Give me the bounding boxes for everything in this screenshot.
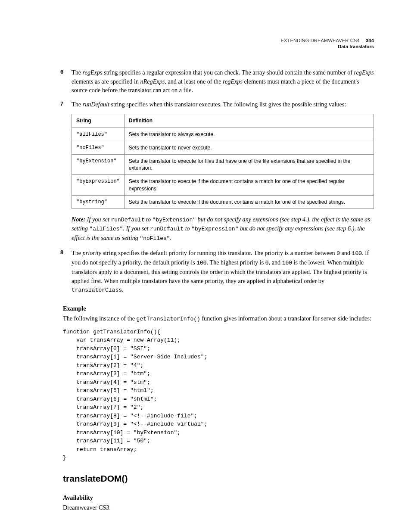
note-paragraph: Note: If you set runDefault to "byExtens… bbox=[72, 215, 374, 243]
text: to bbox=[144, 216, 152, 223]
code-gettranslatorinfo: getTranslatorInfo() bbox=[137, 316, 200, 322]
text: string specifies when this translator ex… bbox=[109, 101, 346, 108]
cell-definition: Sets the translator to never execute. bbox=[124, 141, 374, 154]
example-code-block: function getTranslatorInfo(){ var transA… bbox=[63, 328, 374, 462]
text: . If you set bbox=[123, 225, 150, 232]
code-rundefault: runDefault bbox=[150, 226, 184, 232]
code-allfiles: "allFiles" bbox=[89, 226, 123, 232]
numbered-list-continued: 8 The priority string specifies the defa… bbox=[63, 249, 374, 295]
code-byexpression: "byExpression" bbox=[191, 226, 238, 232]
header-product-line: EXTENDING DREAMWEAVER CS4 344 bbox=[281, 38, 374, 44]
list-number: 6 bbox=[60, 68, 63, 76]
numbered-list: 6 The regExps string specifies a regular… bbox=[63, 68, 374, 109]
code-0: 0 bbox=[336, 250, 340, 257]
list-item-6: 6 The regExps string specifies a regular… bbox=[63, 68, 374, 95]
list-item-7: 7 The runDefault string specifies when t… bbox=[63, 100, 374, 109]
text: . The highest priority is bbox=[207, 259, 265, 266]
text: The bbox=[72, 249, 83, 256]
availability-value: Dreamweaver CS3. bbox=[63, 503, 374, 512]
cell-definition: Sets the translator to execute for files… bbox=[124, 154, 374, 174]
table-row: "byExtension" Sets the translator to exe… bbox=[72, 154, 374, 174]
content-area: 6 The regExps string specifies a regular… bbox=[63, 68, 374, 512]
cell-definition: Sets the translator to execute if the do… bbox=[124, 175, 374, 195]
cell-string: "noFiles" bbox=[72, 141, 125, 154]
note-label: Note: bbox=[72, 216, 85, 223]
code-byextension: "byExtension" bbox=[153, 217, 196, 223]
term-nregexps: nRegExps bbox=[140, 78, 165, 85]
table-row: "noFiles" Sets the translator to never e… bbox=[72, 141, 374, 154]
term-regexps: regExps bbox=[83, 69, 103, 76]
text: , and bbox=[269, 259, 282, 266]
table-header-row: String Definition bbox=[72, 114, 374, 128]
cell-string: "byExtension" bbox=[72, 154, 125, 174]
col-header-string: String bbox=[72, 114, 125, 128]
text: elements as are specified in bbox=[72, 78, 140, 85]
list-number: 7 bbox=[60, 100, 63, 108]
cell-definition: Sets the translator to always execute. bbox=[124, 128, 374, 141]
page: EXTENDING DREAMWEAVER CS4 344 Data trans… bbox=[0, 0, 411, 532]
code-translatorclass: translatorClass bbox=[72, 287, 122, 293]
code-rundefault: runDefault bbox=[111, 217, 144, 223]
cell-definition: Sets the translator to execute if the do… bbox=[124, 195, 374, 208]
page-number: 344 bbox=[363, 38, 374, 43]
text: string specifies a regular expression th… bbox=[103, 69, 354, 76]
example-intro: The following instance of the getTransla… bbox=[63, 314, 374, 324]
term-regexps: regExps bbox=[354, 69, 374, 76]
cell-string: "byExpression" bbox=[72, 175, 125, 195]
table-row: "allFiles" Sets the translator to always… bbox=[72, 128, 374, 141]
running-header: EXTENDING DREAMWEAVER CS4 344 Data trans… bbox=[281, 38, 374, 50]
header-section: Data translators bbox=[281, 44, 374, 50]
example-heading: Example bbox=[63, 305, 374, 312]
term-rundefault: runDefault bbox=[83, 101, 109, 108]
text: . bbox=[170, 234, 172, 241]
term-priority: priority bbox=[83, 249, 101, 256]
term-regexps: regExps bbox=[223, 78, 243, 85]
text: function gives information about a trans… bbox=[200, 315, 371, 322]
text: The bbox=[72, 101, 83, 108]
cell-string: "allFiles" bbox=[72, 128, 125, 141]
code-0: 0 bbox=[265, 260, 269, 266]
text: The following instance of the bbox=[63, 315, 137, 322]
code-100: 100 bbox=[196, 260, 206, 266]
availability-heading: Availability bbox=[63, 494, 374, 501]
text: to bbox=[184, 225, 191, 232]
api-heading-translatedom: translateDOM() bbox=[63, 473, 374, 484]
table-row: "byExpression" Sets the translator to ex… bbox=[72, 175, 374, 195]
code-100: 100 bbox=[282, 260, 292, 266]
col-header-definition: Definition bbox=[124, 114, 374, 128]
string-definition-table: String Definition "allFiles" Sets the tr… bbox=[72, 114, 374, 209]
text: and bbox=[340, 249, 352, 256]
text: , and at least one of the bbox=[165, 78, 223, 85]
code-100: 100 bbox=[352, 250, 362, 257]
table-row: "bystring" Sets the translator to execut… bbox=[72, 195, 374, 208]
text: The bbox=[72, 69, 83, 76]
code-nofiles: "noFiles" bbox=[140, 235, 170, 242]
text: string specifies the default priority fo… bbox=[101, 249, 336, 256]
text: If you set bbox=[85, 216, 111, 223]
cell-string: "bystring" bbox=[72, 195, 125, 208]
list-number: 8 bbox=[60, 249, 63, 257]
header-product: EXTENDING DREAMWEAVER CS4 bbox=[281, 38, 360, 43]
text: . bbox=[122, 286, 124, 293]
list-item-8: 8 The priority string specifies the defa… bbox=[63, 249, 374, 295]
